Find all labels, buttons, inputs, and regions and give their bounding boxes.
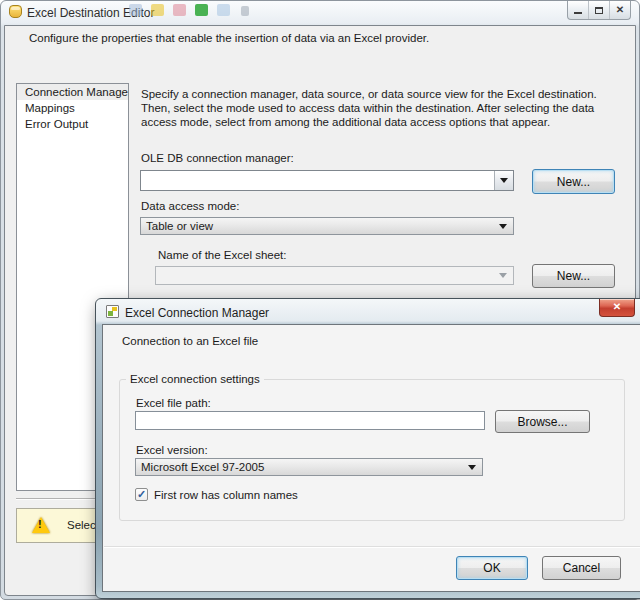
connection-dialog-title: Excel Connection Manager [125, 306, 269, 320]
chevron-down-icon [499, 224, 507, 229]
settings-group-label: Excel connection settings [126, 373, 264, 385]
page-description: Specify a connection manager, data sourc… [141, 87, 628, 129]
first-row-checkbox-label: First row has column names [154, 489, 298, 501]
divider [104, 546, 640, 548]
chevron-down-icon [468, 465, 476, 470]
titlebar-ghost-icon [217, 4, 230, 16]
minimize-icon [574, 12, 582, 14]
sidebar-item-connection-manager[interactable]: Connection Manager [17, 84, 128, 100]
excel-sheet-combobox-disabled [155, 266, 514, 285]
excel-connection-manager-window: Excel Connection Manager ✕ Connection to… [95, 298, 640, 599]
data-access-mode-value: Table or view [146, 220, 213, 232]
combo-drop-button[interactable] [494, 171, 513, 190]
excel-sheet-name-label: Name of the Excel sheet: [158, 249, 286, 261]
chevron-down-icon [499, 273, 507, 278]
warning-exclamation: ! [38, 518, 42, 530]
browse-button[interactable]: Browse... [495, 410, 590, 433]
new-sheet-button[interactable]: New... [532, 264, 615, 288]
new-connection-button[interactable]: New... [532, 169, 615, 194]
excel-file-path-input[interactable] [135, 411, 485, 430]
maximize-icon [595, 7, 603, 14]
ok-button[interactable]: OK [456, 556, 528, 580]
screen: Excel Destination Editor ✕ Configure the… [0, 0, 640, 600]
titlebar-ghost-icon [129, 4, 142, 16]
sidebar-item-error-output[interactable]: Error Output [17, 116, 128, 132]
ole-db-connection-manager-label: OLE DB connection manager: [141, 152, 294, 164]
close-icon: ✕ [613, 301, 621, 312]
close-button[interactable]: ✕ [610, 1, 630, 19]
titlebar-ghost-icon [173, 4, 186, 16]
close-button[interactable]: ✕ [599, 299, 635, 317]
database-app-icon [9, 5, 22, 18]
excel-version-value: Microsoft Excel 97-2005 [141, 461, 264, 473]
close-icon: ✕ [616, 5, 624, 15]
ole-db-connection-combobox[interactable] [140, 170, 514, 191]
chevron-down-icon [500, 178, 508, 183]
sidebar-item-mappings[interactable]: Mappings [17, 100, 128, 116]
connection-subtitle: Connection to an Excel file [122, 335, 258, 347]
cancel-button[interactable]: Cancel [542, 556, 621, 580]
titlebar-ghost-icon [151, 4, 164, 16]
window-controls: ✕ [567, 1, 631, 20]
data-access-mode-combobox[interactable]: Table or view [140, 217, 514, 235]
workbook-icon [106, 305, 119, 318]
excel-version-combobox[interactable]: Microsoft Excel 97-2005 [135, 458, 483, 476]
check-icon: ✓ [137, 489, 146, 500]
excel-version-label: Excel version: [136, 444, 208, 456]
titlebar-ghost-icon [195, 4, 208, 16]
maximize-button[interactable] [589, 1, 610, 19]
dialog-intro-text: Configure the properties that enable the… [29, 32, 609, 44]
first-row-checkbox[interactable]: ✓ [135, 488, 148, 501]
data-access-mode-label: Data access mode: [141, 200, 239, 212]
titlebar-ghost-icon [241, 6, 249, 16]
excel-file-path-label: Excel file path: [136, 397, 211, 409]
minimize-button[interactable] [568, 1, 589, 19]
